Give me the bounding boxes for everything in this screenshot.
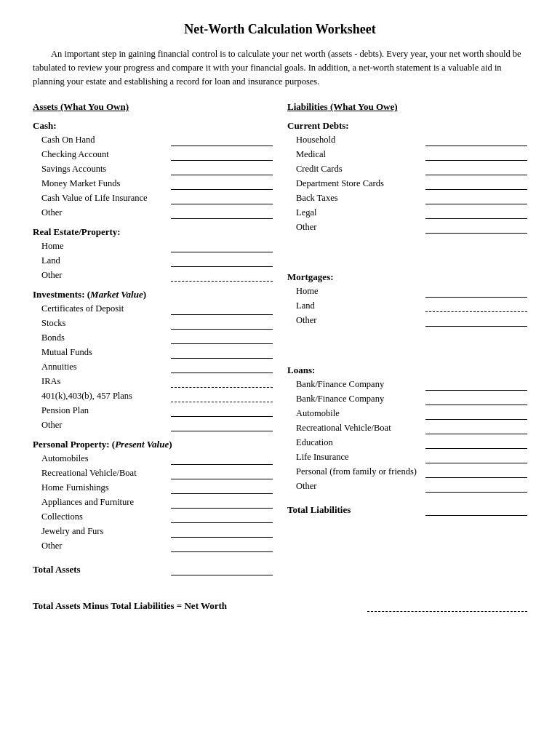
list-item: Stocks	[33, 318, 273, 330]
list-item: Medical	[287, 149, 527, 161]
list-item: Back Taxes	[287, 193, 527, 204]
list-item: Personal (from family or friends)	[287, 466, 527, 478]
total-assets-row: Total Assets	[33, 564, 273, 575]
mortgages-header: Mortgages:	[287, 271, 527, 283]
loans-header: Loans:	[287, 364, 527, 376]
list-item: Life Insurance	[287, 452, 527, 463]
liabilities-header: Liabilities (What You Owe)	[287, 101, 527, 113]
list-item: Bank/Finance Company	[287, 394, 527, 405]
net-worth-row: Total Assets Minus Total Liabilities = N…	[33, 600, 527, 612]
list-item: Recreational Vehicle/Boat	[33, 468, 273, 479]
list-item: Recreational Vehicle/Boat	[287, 423, 527, 434]
list-item: Other	[33, 420, 273, 431]
list-item: Land	[287, 300, 527, 312]
list-item: Land	[33, 255, 273, 267]
page-title: Net-Worth Calculation Worksheet	[33, 22, 527, 37]
list-item: Other	[33, 207, 273, 219]
list-item: Pension Plan	[33, 405, 273, 417]
assets-header: Assets (What You Own)	[33, 101, 273, 113]
list-item: Home Furnishings	[33, 482, 273, 494]
list-item: Home	[287, 286, 527, 298]
list-item: Mutual Funds	[33, 347, 273, 359]
list-item: Bank/Finance Company	[287, 379, 527, 391]
list-item: Checking Account	[33, 149, 273, 161]
list-item: Other	[287, 481, 527, 493]
intro-text: An important step in gaining financial c…	[33, 47, 527, 88]
list-item: Cash On Hand	[33, 135, 273, 146]
investments-header: Investments: (Market Value)	[33, 289, 273, 300]
list-item: Household	[287, 135, 527, 146]
list-item: Legal	[287, 207, 527, 219]
list-item: Credit Cards	[287, 164, 527, 175]
list-item: Annuities	[33, 362, 273, 373]
assets-column: Assets (What You Own) Cash: Cash On Hand…	[33, 101, 280, 578]
list-item: Appliances and Furniture	[33, 497, 273, 509]
list-item: IRAs	[33, 376, 273, 388]
personal-property-header: Personal Property: (Present Value)	[33, 439, 273, 450]
list-item: Other	[33, 541, 273, 552]
cash-header: Cash:	[33, 120, 273, 132]
list-item: Home	[33, 241, 273, 252]
list-item: Money Market Funds	[33, 178, 273, 190]
list-item: Certificates of Deposit	[33, 303, 273, 315]
list-item: Other	[287, 222, 527, 234]
real-estate-header: Real Estate/Property:	[33, 226, 273, 238]
list-item: Other	[287, 315, 527, 327]
list-item: Cash Value of Life Insurance	[33, 193, 273, 204]
list-item: Automobile	[287, 408, 527, 420]
list-item: Education	[287, 437, 527, 449]
list-item: Collections	[33, 511, 273, 523]
list-item: Savings Accounts	[33, 164, 273, 175]
total-liabilities-row: Total Liabilities	[287, 504, 527, 516]
list-item: Department Store Cards	[287, 178, 527, 190]
liabilities-column: Liabilities (What You Owe) Current Debts…	[280, 101, 527, 519]
list-item: Jewelry and Furs	[33, 526, 273, 538]
list-item: Bonds	[33, 332, 273, 344]
current-debts-header: Current Debts:	[287, 120, 527, 132]
list-item: Automobiles	[33, 453, 273, 465]
list-item: 401(k),403(b), 457 Plans	[33, 391, 273, 402]
list-item: Other	[33, 270, 273, 282]
